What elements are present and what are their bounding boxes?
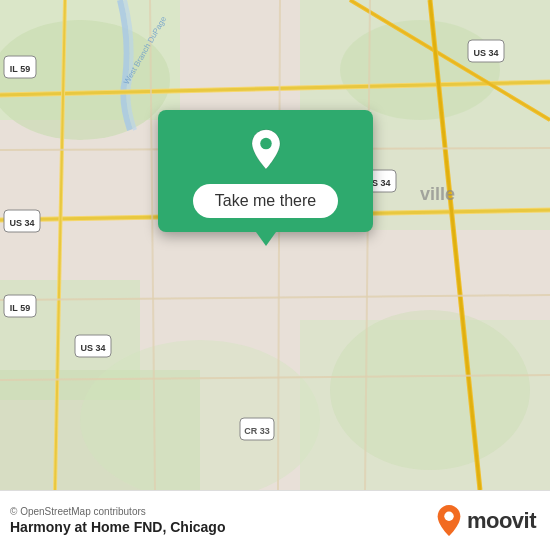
svg-text:IL 59: IL 59 <box>10 64 30 74</box>
svg-point-43 <box>260 138 272 150</box>
svg-text:US 34: US 34 <box>9 218 34 228</box>
svg-text:CR 33: CR 33 <box>244 426 270 436</box>
svg-point-44 <box>444 511 453 520</box>
location-name: Harmony at Home FND, Chicago <box>10 519 225 535</box>
bottom-bar: © OpenStreetMap contributors Harmony at … <box>0 490 550 550</box>
svg-text:US 34: US 34 <box>80 343 105 353</box>
svg-point-5 <box>340 20 500 120</box>
popup-card: Take me there <box>158 110 373 232</box>
moovit-wordmark: moovit <box>467 508 536 534</box>
take-me-there-button[interactable]: Take me there <box>193 184 338 218</box>
moovit-pin-icon <box>435 504 463 538</box>
svg-text:ville: ville <box>420 184 455 204</box>
map-pin-icon <box>243 128 289 174</box>
svg-text:US 34: US 34 <box>473 48 498 58</box>
bottom-left-info: © OpenStreetMap contributors Harmony at … <box>10 506 225 535</box>
svg-point-10 <box>330 310 530 470</box>
moovit-logo: moovit <box>435 504 536 538</box>
svg-text:IL 59: IL 59 <box>10 303 30 313</box>
map-container: IL 59 US 34 US 34 US 34 IL 59 US 34 CR 3… <box>0 0 550 490</box>
copyright-text: © OpenStreetMap contributors <box>10 506 225 517</box>
